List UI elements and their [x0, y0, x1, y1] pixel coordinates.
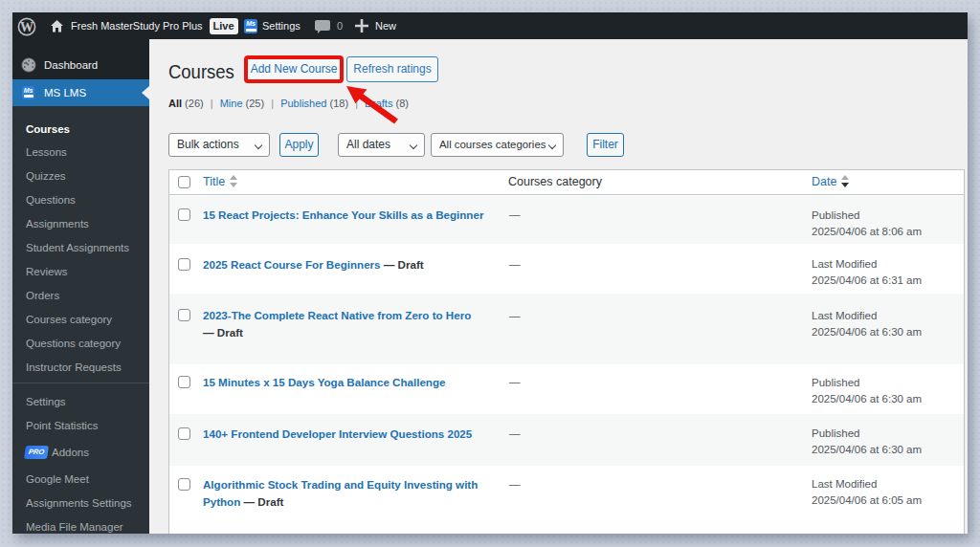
- svg-text:W: W: [20, 20, 33, 34]
